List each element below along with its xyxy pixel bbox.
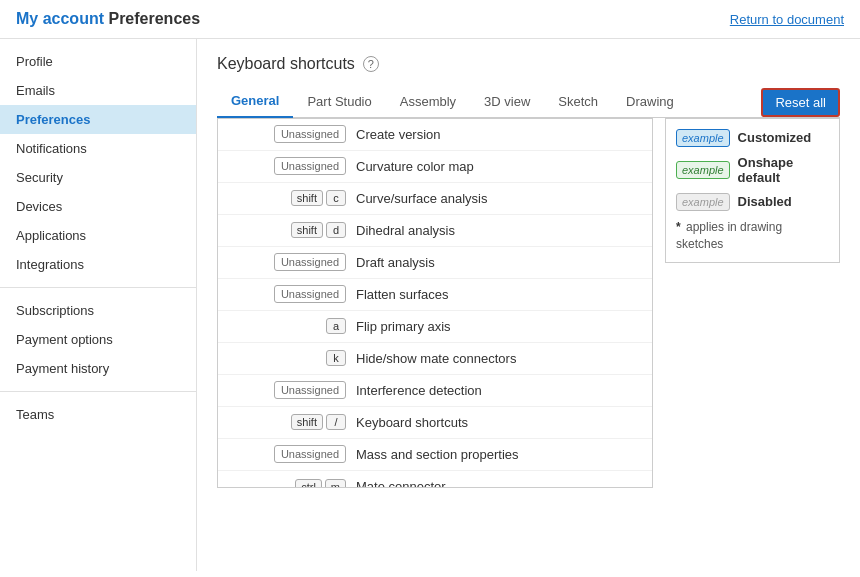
legend-asterisk: * [676,220,681,234]
legend-note-text: applies in drawing sketches [676,220,782,251]
shortcut-row: a Flip primary axis [218,311,652,343]
legend-example-disabled: example [676,193,730,211]
reset-all-button[interactable]: Reset all [761,88,840,117]
header-title: My account Preferences [16,10,200,28]
legend-label-default: Onshape default [738,155,829,185]
key-area: Unassigned [226,157,346,175]
unassigned-badge[interactable]: Unassigned [274,157,346,175]
shortcut-row: Unassigned Flatten surfaces [218,279,652,311]
unassigned-badge[interactable]: Unassigned [274,285,346,303]
sidebar-item-payment-options[interactable]: Payment options [0,325,196,354]
action-label: Curvature color map [356,159,474,174]
action-label: Hide/show mate connectors [356,351,516,366]
tab-assembly[interactable]: Assembly [386,88,470,117]
action-label: Create version [356,127,441,142]
shortcut-row: shift d Dihedral analysis [218,215,652,247]
action-label: Mate connector [356,479,446,488]
tab-general[interactable]: General [217,87,293,118]
sidebar-item-emails[interactable]: Emails [0,76,196,105]
legend-panel: example Customized example Onshape defau… [665,118,840,264]
sidebar-item-payment-history[interactable]: Payment history [0,354,196,383]
action-label: Interference detection [356,383,482,398]
action-label: Flatten surfaces [356,287,449,302]
tabs-bar: General Part Studio Assembly 3D view Ske… [217,87,840,118]
key-area: ctrl m [226,479,346,488]
action-label: Flip primary axis [356,319,451,334]
legend-example-default: example [676,161,730,179]
legend-example-customized: example [676,129,730,147]
unassigned-badge[interactable]: Unassigned [274,381,346,399]
shortcut-row: Unassigned Interference detection [218,375,652,407]
legend-label-customized: Customized [738,130,812,145]
key-badge: a [326,318,346,334]
shortcut-row: Unassigned Mass and section properties [218,439,652,471]
action-label: Curve/surface analysis [356,191,488,206]
shortcut-row: Unassigned Draft analysis [218,247,652,279]
tab-drawing[interactable]: Drawing [612,88,688,117]
section-title-text: Keyboard shortcuts [217,55,355,73]
shortcut-row: ctrl m Mate connector [218,471,652,488]
legend-row-customized: example Customized [676,129,829,147]
action-label: Keyboard shortcuts [356,415,468,430]
sidebar-item-applications[interactable]: Applications [0,221,196,250]
key-badge: shift [291,190,323,206]
key-area: shift c [226,190,346,206]
shortcuts-scroll-area[interactable]: Unassigned Create version Unassigned Cur… [217,118,653,488]
return-to-document-link[interactable]: Return to document [730,12,844,27]
key-badge: ctrl [295,479,322,488]
sidebar-divider-1 [0,287,196,288]
key-area: Unassigned [226,125,346,143]
key-area: Unassigned [226,445,346,463]
sidebar-item-notifications[interactable]: Notifications [0,134,196,163]
shortcut-row: Unassigned Curvature color map [218,151,652,183]
my-account-link[interactable]: My account [16,10,104,27]
tab-part-studio[interactable]: Part Studio [293,88,385,117]
legend-row-default: example Onshape default [676,155,829,185]
key-badge: / [326,414,346,430]
sidebar-item-preferences[interactable]: Preferences [0,105,196,134]
legend-row-disabled: example Disabled [676,193,829,211]
sidebar-item-subscriptions[interactable]: Subscriptions [0,296,196,325]
key-area: Unassigned [226,285,346,303]
unassigned-badge[interactable]: Unassigned [274,445,346,463]
sidebar-item-security[interactable]: Security [0,163,196,192]
shortcut-row: shift / Keyboard shortcuts [218,407,652,439]
header: My account Preferences Return to documen… [0,0,860,39]
sidebar-item-teams[interactable]: Teams [0,400,196,429]
shortcut-row: shift c Curve/surface analysis [218,183,652,215]
unassigned-badge[interactable]: Unassigned [274,125,346,143]
sidebar-divider-2 [0,391,196,392]
legend-note: * applies in drawing sketches [676,219,829,253]
sidebar: Profile Emails Preferences Notifications… [0,39,197,571]
shortcut-row: k Hide/show mate connectors [218,343,652,375]
key-area: Unassigned [226,253,346,271]
key-area: a [226,318,346,334]
header-page-name: Preferences [108,10,200,27]
key-badge: c [326,190,346,206]
key-badge: k [326,350,346,366]
key-area: shift / [226,414,346,430]
key-badge: d [326,222,346,238]
sidebar-item-devices[interactable]: Devices [0,192,196,221]
section-title-area: Keyboard shortcuts ? [217,55,840,73]
shortcut-row: Unassigned Create version [218,119,652,151]
main-content: Keyboard shortcuts ? General Part Studio… [197,39,860,571]
key-badge: m [325,479,346,488]
unassigned-badge[interactable]: Unassigned [274,253,346,271]
sidebar-item-integrations[interactable]: Integrations [0,250,196,279]
tab-sketch[interactable]: Sketch [544,88,612,117]
key-area: shift d [226,222,346,238]
action-label: Draft analysis [356,255,435,270]
sidebar-item-profile[interactable]: Profile [0,47,196,76]
tab-3d-view[interactable]: 3D view [470,88,544,117]
action-label: Mass and section properties [356,447,519,462]
action-label: Dihedral analysis [356,223,455,238]
help-icon[interactable]: ? [363,56,379,72]
key-badge: shift [291,414,323,430]
key-badge: shift [291,222,323,238]
main-layout: Profile Emails Preferences Notifications… [0,39,860,571]
key-area: Unassigned [226,381,346,399]
key-area: k [226,350,346,366]
content-area: Unassigned Create version Unassigned Cur… [217,118,840,488]
legend-label-disabled: Disabled [738,194,792,209]
